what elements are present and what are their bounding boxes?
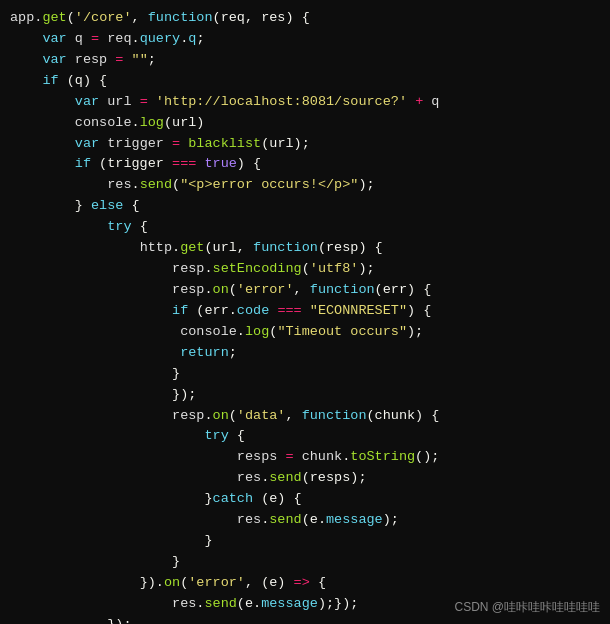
code-line-16: console.log("Timeout occurs"); <box>10 322 600 343</box>
code-line-5: var url = 'http://localhost:8081/source?… <box>10 92 600 113</box>
code-line-30: }).on('error', (e) => { <box>10 573 600 594</box>
code-line-28: } <box>10 552 600 573</box>
watermark: CSDN @哇咔哇咔哇哇哇哇 <box>454 599 600 616</box>
code-line-26: res.send(e.message); <box>10 510 600 531</box>
code-line-11: try { <box>10 217 600 238</box>
code-line-1: app.get('/core', function(req, res) { <box>10 8 600 29</box>
code-line-12: http.get(url, function(resp) { <box>10 238 600 259</box>
code-editor: app.get('/core', function(req, res) { va… <box>0 0 610 624</box>
code-line-2: var q = req.query.q; <box>10 29 600 50</box>
code-line-25: }catch (e) { <box>10 489 600 510</box>
code-line-19: }); <box>10 385 600 406</box>
code-line-27: } <box>10 531 600 552</box>
code-line-9: res.send("<p>error occurs!</p>"); <box>10 175 600 196</box>
code-line-24: res.send(resps); <box>10 468 600 489</box>
code-line-8: if (trigger === true) { <box>10 154 600 175</box>
code-line-7: var trigger = blacklist(url); <box>10 134 600 155</box>
code-line-6: console.log(url) <box>10 113 600 134</box>
code-line-4: if (q) { <box>10 71 600 92</box>
code-line-18: } <box>10 364 600 385</box>
code-line-21: resp.on('data', function(chunk) { <box>10 406 600 427</box>
code-line-32: }); <box>10 615 600 624</box>
code-line-14: resp.on('error', function(err) { <box>10 280 600 301</box>
code-line-13: resp.setEncoding('utf8'); <box>10 259 600 280</box>
code-line-23: resps = chunk.toString(); <box>10 447 600 468</box>
code-line-15: if (err.code === "ECONNRESET") { <box>10 301 600 322</box>
code-line-3: var resp = ""; <box>10 50 600 71</box>
code-line-17: return; <box>10 343 600 364</box>
code-line-22: try { <box>10 426 600 447</box>
code-line-10: } else { <box>10 196 600 217</box>
